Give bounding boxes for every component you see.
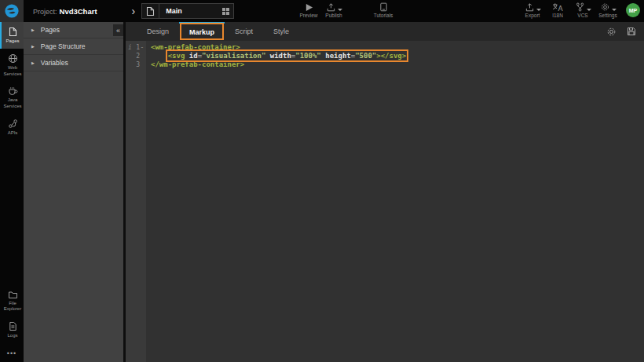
save-button[interactable] bbox=[627, 27, 636, 36]
grid-icon[interactable] bbox=[222, 8, 229, 15]
ellipsis-icon: ••• bbox=[7, 349, 16, 357]
app-logo[interactable] bbox=[0, 0, 24, 22]
project-breadcrumb: Project:Nvd3Chart bbox=[33, 7, 97, 16]
panel-section-variables[interactable]: ▶ Variables bbox=[24, 55, 123, 71]
code-line[interactable]: </wm-prefab-container> bbox=[146, 60, 644, 69]
breadcrumb-chevron-icon: › bbox=[132, 5, 136, 16]
expand-triangle-icon: ▶ bbox=[31, 60, 35, 65]
tab-label: Style bbox=[273, 27, 289, 35]
gutter-line[interactable]: 2 bbox=[126, 52, 146, 60]
line-number: 2 bbox=[136, 52, 140, 60]
sidebar-item-label: File Explorer bbox=[2, 301, 24, 313]
tab-style[interactable]: Style bbox=[263, 22, 299, 41]
sidebar-item-java-services[interactable]: Java Services bbox=[0, 81, 24, 114]
export-icon bbox=[525, 2, 541, 12]
top-bar: Project:Nvd3Chart › Main bbox=[0, 0, 644, 22]
sidebar-item-web-services[interactable]: Web Services bbox=[0, 49, 24, 82]
code-token: "visualisation" bbox=[202, 52, 265, 60]
export-button[interactable]: Export bbox=[521, 2, 544, 18]
code-line[interactable]: <svg id="visualisation" width="100%" hei… bbox=[146, 52, 644, 60]
topbar-center-actions: Preview Publish Tutorials bbox=[296, 2, 396, 18]
vcs-label: VCS bbox=[577, 13, 587, 18]
pages-icon bbox=[9, 27, 17, 37]
page-tab-main[interactable]: Main bbox=[141, 3, 234, 19]
export-label: Export bbox=[525, 13, 540, 18]
fold-toggle-icon[interactable]: - bbox=[140, 43, 145, 52]
panel-editor-divider[interactable] bbox=[123, 22, 126, 362]
upload-icon bbox=[326, 2, 342, 12]
tab-markup[interactable]: Markup bbox=[179, 22, 225, 41]
tab-design[interactable]: Design bbox=[137, 22, 179, 41]
gutter-line[interactable]: i1- bbox=[126, 43, 146, 52]
chevron-down-icon bbox=[587, 9, 591, 11]
tutorials-icon bbox=[379, 2, 388, 12]
chevron-down-icon bbox=[536, 9, 541, 11]
sidebar-item-label: Pages bbox=[5, 38, 19, 45]
sidebar-item-apis[interactable]: APIs bbox=[0, 114, 24, 141]
preview-button[interactable]: Preview bbox=[297, 2, 320, 18]
project-name: Nvd3Chart bbox=[60, 7, 97, 16]
sidebar-item-label: Java Services bbox=[2, 97, 24, 110]
code-token: id bbox=[189, 52, 198, 60]
user-avatar[interactable]: MP bbox=[626, 3, 640, 17]
code-token: height bbox=[325, 52, 351, 60]
code-token: ></svg> bbox=[376, 52, 406, 60]
panel-section-pages[interactable]: ▶ Pages « bbox=[24, 22, 123, 38]
wavemaker-logo-icon bbox=[4, 3, 20, 19]
publish-label: Publish bbox=[325, 13, 342, 18]
page-icon bbox=[142, 4, 159, 18]
sidebar-bottom-group: File Explorer Logs ••• bbox=[0, 286, 24, 360]
line-info-marker: i bbox=[128, 43, 132, 52]
api-connector-icon bbox=[8, 119, 18, 129]
topbar-right-actions: Export A I18N VCS bbox=[520, 2, 640, 18]
globe-icon bbox=[8, 53, 18, 64]
panel-collapse-button[interactable]: « bbox=[113, 24, 123, 36]
svg-text:A: A bbox=[558, 5, 563, 12]
project-label: Project: bbox=[33, 8, 57, 16]
preview-label: Preview bbox=[299, 13, 317, 18]
left-icon-sidebar: Pages Web Services Java Services bbox=[0, 22, 24, 362]
vcs-button[interactable]: VCS bbox=[571, 2, 595, 18]
settings-label: Settings bbox=[598, 13, 617, 18]
translate-icon: A bbox=[552, 2, 563, 12]
logs-document-icon bbox=[9, 321, 17, 331]
markup-code-editor[interactable]: i1-23 <wm-prefab-container> <svg id="vis… bbox=[126, 41, 644, 362]
chevron-down-icon bbox=[612, 9, 617, 11]
play-icon bbox=[305, 2, 313, 12]
editor-code[interactable]: <wm-prefab-container> <svg id="visualisa… bbox=[146, 41, 644, 362]
editor-gutter: i1-23 bbox=[126, 41, 146, 362]
panel-section-label: Page Structure bbox=[41, 42, 86, 50]
code-token: </wm-prefab-container> bbox=[151, 60, 244, 68]
coffee-icon bbox=[8, 86, 18, 96]
annotation-highlight-box: <svg id="visualisation" width="100%" hei… bbox=[168, 52, 407, 60]
settings-button[interactable]: Settings bbox=[596, 2, 620, 18]
tutorials-button[interactable]: Tutorials bbox=[371, 2, 395, 18]
tab-label: Design bbox=[147, 27, 169, 35]
tab-script[interactable]: Script bbox=[225, 22, 263, 41]
i18n-button[interactable]: A I18N bbox=[546, 2, 569, 18]
tutorials-label: Tutorials bbox=[374, 13, 393, 18]
sidebar-item-label: Web Services bbox=[2, 65, 24, 78]
sidebar-item-logs[interactable]: Logs bbox=[0, 316, 24, 343]
tab-label: Markup bbox=[189, 28, 214, 36]
folder-icon bbox=[8, 291, 18, 299]
editor-settings-button[interactable] bbox=[606, 27, 617, 37]
expand-triangle-icon: ▶ bbox=[31, 44, 35, 49]
sidebar-item-pages[interactable]: Pages bbox=[0, 22, 24, 49]
pages-panel: ▶ Pages « ▶ Page Structure ▶ Variables bbox=[24, 22, 123, 362]
more-options-button[interactable]: ••• bbox=[0, 343, 24, 360]
code-token: "500" bbox=[355, 52, 376, 60]
code-token: <wm-prefab-container> bbox=[151, 43, 240, 51]
branch-icon bbox=[575, 2, 591, 12]
code-token: <svg bbox=[168, 52, 185, 60]
panel-section-label: Variables bbox=[41, 59, 68, 67]
code-line[interactable]: <wm-prefab-container> bbox=[146, 43, 644, 52]
sidebar-item-file-explorer[interactable]: File Explorer bbox=[0, 286, 24, 317]
panel-section-page-structure[interactable]: ▶ Page Structure bbox=[24, 38, 123, 55]
gutter-line[interactable]: 3 bbox=[126, 60, 146, 69]
gear-icon bbox=[600, 2, 617, 12]
publish-button[interactable]: Publish bbox=[322, 2, 346, 18]
panel-section-label: Pages bbox=[41, 26, 60, 34]
code-token: width bbox=[270, 52, 291, 60]
code-token: "100%" bbox=[295, 52, 321, 60]
